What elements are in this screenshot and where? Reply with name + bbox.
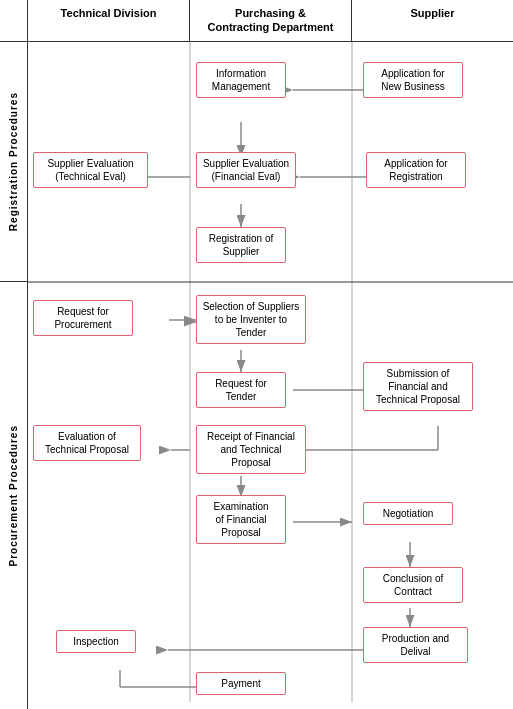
box-supplier-eval-tech: Supplier Evaluation(Technical Eval) xyxy=(33,152,148,188)
diagram-body: InformationManagement Application forNew… xyxy=(28,42,513,709)
box-production-delivery: Production andDelival xyxy=(363,627,468,663)
section-label-registration: Registration Procedures xyxy=(8,92,19,231)
box-evaluation-tech: Evaluation ofTechnical Proposal xyxy=(33,425,141,461)
box-request-procurement: Request forProcurement xyxy=(33,300,133,336)
box-payment: Payment xyxy=(196,672,286,695)
box-information-management: InformationManagement xyxy=(196,62,286,98)
box-negotiation: Negotiation xyxy=(363,502,453,525)
box-examination-financial: Examinationof FinancialProposal xyxy=(196,495,286,544)
diagram-container: Technical Division Purchasing &Contracti… xyxy=(0,0,513,709)
box-request-tender: Request for Tender xyxy=(196,372,286,408)
box-inspection: Inspection xyxy=(56,630,136,653)
header-purch: Purchasing &Contracting Department xyxy=(190,0,352,41)
box-application-new-business: Application forNew Business xyxy=(363,62,463,98)
header-tech: Technical Division xyxy=(28,0,190,41)
section-label-procurement: Procurement Procedures xyxy=(8,425,19,567)
box-receipt-proposal: Receipt of Financialand Technical Propos… xyxy=(196,425,306,474)
box-registration-supplier: Registration ofSupplier xyxy=(196,227,286,263)
box-selection-suppliers: Selection of Suppliersto be Inventer to … xyxy=(196,295,306,344)
box-conclusion-contract: Conclusion ofContract xyxy=(363,567,463,603)
box-application-registration: Application forRegistration xyxy=(366,152,466,188)
header-row: Technical Division Purchasing &Contracti… xyxy=(0,0,513,42)
box-submission-proposal: Submission ofFinancial andTechnical Prop… xyxy=(363,362,473,411)
box-supplier-eval-fin: Supplier Evaluation(Financial Eval) xyxy=(196,152,296,188)
header-supplier: Supplier xyxy=(352,0,513,41)
